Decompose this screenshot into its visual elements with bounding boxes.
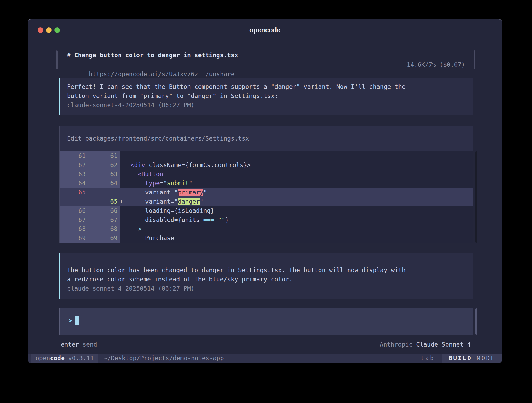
line-number-new: 66 bbox=[90, 206, 120, 215]
diff-row: 6767 disabled={units === ""} bbox=[60, 215, 473, 225]
diff-table: 61616262 <div className={formCs.controls… bbox=[60, 151, 473, 243]
code-line: variant="primary" bbox=[123, 188, 473, 197]
text-cursor bbox=[75, 316, 79, 325]
line-number-new: 61 bbox=[90, 151, 120, 161]
message-line: a red/rose color scheme instead of the b… bbox=[67, 275, 465, 284]
line-number-old bbox=[60, 197, 90, 206]
prompt-chevron: > bbox=[69, 317, 72, 324]
prompt-input[interactable]: > bbox=[59, 308, 473, 335]
diff-marker: - bbox=[120, 188, 123, 197]
line-number-old: 64 bbox=[60, 179, 90, 188]
window-title: opencode bbox=[28, 26, 502, 34]
diff-scrollbar[interactable] bbox=[475, 151, 477, 243]
line-number-new: 63 bbox=[90, 170, 120, 179]
diff-marker bbox=[120, 224, 123, 234]
mode-word-label: MODE bbox=[472, 355, 495, 361]
diff-marker bbox=[120, 206, 123, 215]
line-number-old: 69 bbox=[60, 234, 90, 243]
line-number-old: 63 bbox=[60, 170, 90, 179]
tab-key-hint: tab bbox=[421, 354, 442, 363]
diff-marker: + bbox=[120, 197, 123, 206]
input-scrollbar[interactable] bbox=[475, 308, 477, 335]
model-timestamp: claude-sonnet-4-20250514 (06:27 PM) bbox=[67, 101, 465, 110]
diff-row: 6666 loading={isLoading} bbox=[60, 206, 473, 215]
line-number-new bbox=[90, 188, 120, 197]
message-line: button variant from "primary" to "danger… bbox=[67, 91, 465, 101]
titlebar: opencode bbox=[28, 19, 502, 40]
code-line bbox=[123, 151, 473, 161]
diff-marker bbox=[120, 151, 123, 161]
diff-marker bbox=[120, 234, 123, 243]
diff-row: 6262 <div className={formCs.controls}> bbox=[60, 161, 473, 170]
provider-name: Anthropic bbox=[380, 341, 413, 348]
diff-marker bbox=[120, 161, 123, 170]
line-number-old: 66 bbox=[60, 206, 90, 215]
app-version-chip: opencode v0.3.11 bbox=[31, 354, 98, 363]
working-directory: ~/Desktop/Projects/demo-notes-app bbox=[98, 354, 224, 363]
status-bar: opencode v0.3.11 ~/Desktop/Projects/demo… bbox=[28, 354, 502, 363]
token-usage-stats: 14.6K/7% ($0.07) bbox=[407, 60, 465, 69]
diff-row: 65- variant="primary" bbox=[60, 188, 473, 197]
line-number-old: 65 bbox=[60, 188, 90, 197]
message-line: The button color has been changed to dan… bbox=[67, 266, 465, 275]
edit-file-path: Edit packages/frontend/src/containers/Se… bbox=[60, 126, 473, 151]
line-number-old: 67 bbox=[60, 215, 90, 225]
diff-row: 65+ variant="danger" bbox=[60, 197, 473, 206]
header-left-rule bbox=[56, 50, 58, 69]
unshare-command[interactable]: /unshare bbox=[206, 71, 235, 78]
code-line: variant="danger" bbox=[123, 197, 473, 206]
model-timestamp: claude-sonnet-4-20250514 (06:27 PM) bbox=[67, 284, 465, 293]
app-name-open: open bbox=[35, 355, 50, 361]
code-line: type="submit" bbox=[123, 179, 473, 188]
opencode-window: opencode # Change button color to danger… bbox=[28, 19, 502, 363]
message-line: Perfect! I can see that the Button compo… bbox=[67, 82, 465, 91]
session-subline: https://opencode.ai/s/UwJxv76z/unshare 1… bbox=[67, 60, 473, 69]
assistant-message: Perfect! I can see that the Button compo… bbox=[59, 78, 473, 115]
line-number-new: 69 bbox=[90, 234, 120, 243]
diff-marker bbox=[120, 179, 123, 188]
code-line: > bbox=[123, 224, 473, 234]
diff-row: 6868 > bbox=[60, 224, 473, 234]
diff-row: 6969 Purchase bbox=[60, 234, 473, 243]
hints-row: enter send Anthropic Claude Sonnet 4 bbox=[61, 340, 471, 348]
diff-row: 6363 <Button bbox=[60, 170, 473, 179]
app-version: v0.3.11 bbox=[65, 355, 94, 361]
edit-tool-block: Edit packages/frontend/src/containers/Se… bbox=[59, 126, 473, 243]
model-indicator: Anthropic Claude Sonnet 4 bbox=[380, 340, 471, 348]
line-number-new: 65 bbox=[90, 197, 120, 206]
line-number-old: 68 bbox=[60, 224, 90, 234]
assistant-message: The button color has been changed to dan… bbox=[59, 253, 473, 299]
enter-key-hint: enter bbox=[61, 341, 79, 348]
mode-build-label: BUILD bbox=[449, 355, 472, 361]
code-line: disabled={units === ""} bbox=[123, 215, 473, 225]
code-line: <div className={formCs.controls}> bbox=[123, 161, 473, 170]
line-number-new: 62 bbox=[90, 161, 120, 170]
code-line: loading={isLoading} bbox=[123, 206, 473, 215]
diff-row: 6161 bbox=[60, 151, 473, 161]
line-number-new: 67 bbox=[90, 215, 120, 225]
code-line: <Button bbox=[123, 170, 473, 179]
statusbar-right: tab BUILD MODE bbox=[421, 354, 502, 363]
line-number-new: 68 bbox=[90, 224, 120, 234]
code-line: Purchase bbox=[123, 234, 473, 243]
session-title: # Change button color to danger in setti… bbox=[67, 50, 238, 60]
send-hint: enter send bbox=[61, 340, 97, 348]
diff-marker bbox=[120, 170, 123, 179]
app-name-code: code bbox=[50, 355, 64, 361]
line-number-old: 61 bbox=[60, 151, 90, 161]
diff-marker bbox=[120, 215, 123, 225]
line-number-new: 64 bbox=[90, 179, 120, 188]
line-number-old: 62 bbox=[60, 161, 90, 170]
send-label: send bbox=[83, 341, 97, 348]
header-scrollbar[interactable] bbox=[474, 50, 475, 69]
session-header: # Change button color to danger in setti… bbox=[59, 50, 473, 69]
mode-indicator[interactable]: BUILD MODE bbox=[442, 354, 502, 363]
share-url[interactable]: https://opencode.ai/s/UwJxv76z bbox=[89, 71, 198, 78]
model-name: Claude Sonnet 4 bbox=[416, 341, 471, 348]
diff-row: 6464 type="submit" bbox=[60, 179, 473, 188]
